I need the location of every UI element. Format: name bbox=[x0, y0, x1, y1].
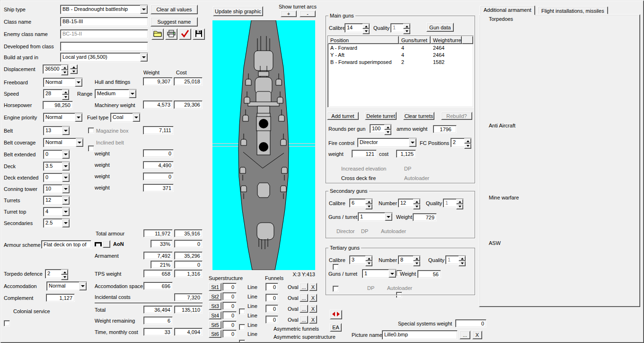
armour-scheme-value[interactable]: Flat deck on top of bbox=[41, 240, 91, 249]
clear-turrets-button[interactable]: Clear turrets bbox=[403, 112, 434, 120]
spin-down-icon[interactable] bbox=[62, 95, 69, 100]
main-guns-table[interactable]: Position Guns/turret Weight/turret A - F… bbox=[327, 36, 474, 108]
spin-up-icon[interactable] bbox=[413, 199, 420, 204]
picture-name-input[interactable]: Lille0.bmp bbox=[382, 330, 458, 340]
table-row[interactable]: A - Forward 4 2464 bbox=[328, 44, 473, 51]
displacement-fine-spinner[interactable] bbox=[70, 64, 78, 74]
speed-spinner[interactable]: 28 bbox=[43, 89, 70, 99]
spin-down-icon[interactable] bbox=[456, 204, 463, 209]
st4-value[interactable]: 0 bbox=[222, 311, 237, 319]
st4-button[interactable]: St4 bbox=[209, 311, 221, 319]
chevron-down-icon[interactable] bbox=[62, 173, 70, 182]
funnel4-value[interactable]: 0 bbox=[265, 316, 278, 324]
freeboard-select[interactable]: Normal bbox=[43, 78, 83, 87]
spin-down-icon[interactable] bbox=[413, 204, 420, 209]
chevron-down-icon[interactable] bbox=[62, 150, 70, 159]
spin-down-icon[interactable] bbox=[61, 275, 68, 280]
gun-data-button[interactable]: Gun data bbox=[426, 23, 454, 32]
ea-button[interactable]: EA bbox=[330, 323, 342, 332]
chevron-down-icon[interactable] bbox=[76, 138, 83, 147]
chevron-down-icon[interactable] bbox=[62, 126, 70, 135]
spin-up-icon[interactable] bbox=[62, 90, 69, 95]
spin-down-icon[interactable] bbox=[459, 261, 466, 266]
st1-line-checkbox[interactable] bbox=[239, 308, 245, 315]
funnel3-value[interactable]: 0 bbox=[265, 305, 278, 313]
secondary-guns-turret-select[interactable]: 1 bbox=[358, 212, 393, 221]
st3-line-checkbox[interactable] bbox=[239, 340, 245, 343]
funnel3-browse-button[interactable]: ... bbox=[300, 305, 308, 313]
spin-down-icon[interactable] bbox=[403, 29, 410, 34]
secondary-calibre-spinner[interactable]: 6 bbox=[349, 199, 373, 208]
st2-line-checkbox[interactable] bbox=[239, 324, 245, 330]
funnel3-delete-button[interactable]: X bbox=[309, 305, 317, 313]
belt-extended-select[interactable]: 0 bbox=[43, 150, 70, 159]
st2-button[interactable]: St2 bbox=[209, 292, 221, 300]
spin-up-icon[interactable] bbox=[365, 256, 372, 261]
spin-up-icon[interactable] bbox=[403, 24, 410, 29]
spin-up-icon[interactable] bbox=[70, 64, 78, 69]
tertiary-guns-turret-select[interactable]: 1 bbox=[362, 269, 397, 278]
spin-down-icon[interactable] bbox=[413, 261, 420, 266]
save-button[interactable] bbox=[193, 28, 205, 40]
open-file-button[interactable] bbox=[151, 28, 164, 40]
range-select[interactable]: Medium bbox=[95, 89, 137, 99]
picture-browse-button[interactable]: ... bbox=[459, 331, 470, 339]
displacement-spinner[interactable]: 36500 bbox=[43, 64, 69, 74]
col-weight-per-turret[interactable]: Weight/turret bbox=[431, 36, 462, 44]
chevron-down-icon[interactable] bbox=[62, 162, 70, 171]
fc-positions-spinner[interactable]: 2 bbox=[450, 138, 472, 147]
secondary-quality-spinner[interactable]: 1 bbox=[443, 199, 464, 208]
funnel1-browse-button[interactable]: ... bbox=[300, 283, 308, 291]
picture-clear-button[interactable]: X bbox=[472, 331, 482, 339]
spin-down-icon[interactable] bbox=[61, 70, 68, 75]
funnel4-delete-button[interactable]: X bbox=[309, 316, 317, 324]
turret-top-select[interactable]: 4 bbox=[43, 207, 70, 217]
deck-select[interactable]: 3.5 bbox=[43, 162, 70, 171]
belt-coverage-select[interactable]: Normal bbox=[43, 138, 84, 147]
spin-up-icon[interactable] bbox=[365, 199, 372, 204]
spin-up-icon[interactable] bbox=[362, 24, 370, 29]
funnel2-delete-button[interactable]: X bbox=[309, 294, 317, 302]
fuel-type-select[interactable]: Coal bbox=[110, 113, 141, 122]
spin-up-icon[interactable] bbox=[384, 125, 391, 130]
funnel2-browse-button[interactable]: ... bbox=[300, 294, 308, 302]
spin-up-icon[interactable] bbox=[456, 199, 463, 204]
clear-all-values-button[interactable]: Clear all values bbox=[150, 5, 198, 14]
chevron-down-icon[interactable] bbox=[62, 196, 70, 205]
turrets-select[interactable]: 12 bbox=[43, 196, 70, 205]
st2-value[interactable]: 0 bbox=[222, 292, 237, 300]
flip-ship-button[interactable] bbox=[330, 310, 342, 319]
st6-value[interactable]: 0 bbox=[222, 330, 237, 338]
chevron-down-icon[interactable] bbox=[62, 208, 70, 216]
chevron-down-icon[interactable] bbox=[75, 113, 82, 122]
update-ship-graphic-button[interactable]: Update ship graphic bbox=[213, 6, 263, 16]
spin-up-icon[interactable] bbox=[464, 138, 471, 144]
spin-up-icon[interactable] bbox=[61, 65, 68, 70]
st5-value[interactable]: 0 bbox=[222, 321, 237, 329]
zoom-out-button[interactable]: - bbox=[300, 10, 316, 17]
delete-turret-button[interactable]: Delete turret bbox=[365, 112, 397, 120]
ship-graphic-canvas[interactable] bbox=[212, 20, 315, 270]
engine-priority-select[interactable]: Normal bbox=[43, 113, 83, 122]
funnel4-browse-button[interactable]: ... bbox=[300, 316, 308, 324]
suggest-name-button[interactable]: Suggest name bbox=[150, 17, 198, 27]
belt-select[interactable]: 13 bbox=[43, 126, 70, 135]
print-button[interactable] bbox=[165, 28, 177, 40]
spin-up-icon[interactable] bbox=[459, 256, 466, 261]
chevron-down-icon[interactable] bbox=[140, 5, 148, 14]
table-row[interactable]: Y - Aft 4 2464 bbox=[328, 51, 473, 58]
armour-scheme-button[interactable] bbox=[103, 240, 110, 248]
fire-control-select[interactable]: Director bbox=[357, 138, 417, 147]
spin-down-icon[interactable] bbox=[362, 29, 370, 34]
main-calibre-spinner[interactable]: 14 bbox=[344, 23, 370, 33]
chevron-down-icon[interactable] bbox=[129, 90, 136, 98]
chevron-down-icon[interactable] bbox=[385, 213, 392, 221]
spin-down-icon[interactable] bbox=[365, 204, 372, 209]
zoom-in-button[interactable]: + bbox=[281, 10, 297, 17]
developed-from-input[interactable] bbox=[60, 42, 148, 51]
spin-up-icon[interactable] bbox=[413, 256, 420, 261]
spin-down-icon[interactable] bbox=[70, 69, 78, 74]
chevron-down-icon[interactable] bbox=[79, 282, 87, 290]
tertiary-quality-spinner[interactable]: 1 bbox=[445, 255, 466, 264]
funnel1-delete-button[interactable]: X bbox=[309, 283, 317, 291]
